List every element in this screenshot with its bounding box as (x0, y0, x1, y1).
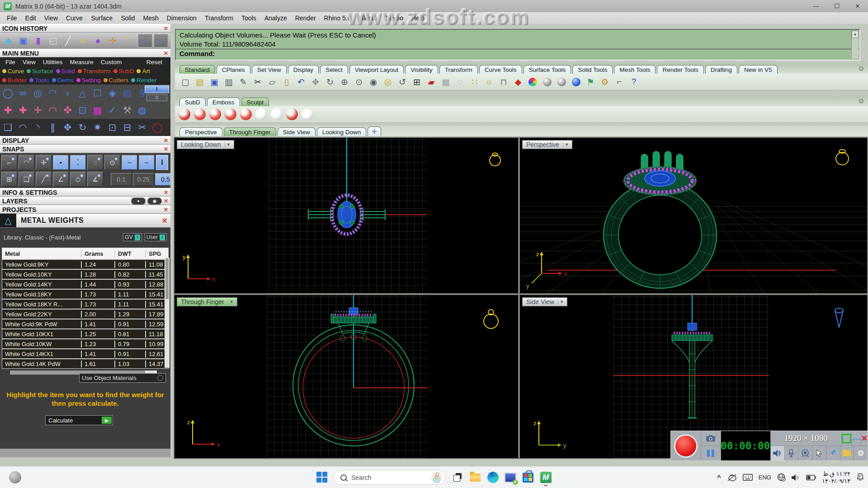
tool-trim-icon[interactable]: ✂ (135, 120, 150, 135)
start-button[interactable] (316, 472, 328, 483)
menu-item[interactable]: Help (407, 14, 429, 23)
history-surface-icon[interactable]: ◱ (46, 34, 61, 47)
sculpt-main-icon[interactable] (179, 108, 190, 120)
task-view-button[interactable] (452, 472, 463, 483)
menu-item[interactable]: View (40, 14, 62, 23)
car-move-icon[interactable]: ▰ (425, 75, 438, 89)
layers-close-icon[interactable]: ✕ (164, 198, 168, 204)
main-menu-close-icon[interactable]: ✕ (164, 50, 168, 56)
user-switch-icon[interactable]: I (160, 235, 165, 240)
menu-item[interactable]: Dimension (163, 14, 201, 23)
tool-arc2-icon[interactable]: ◠ (15, 120, 30, 135)
table-row[interactable]: Yellow Gold:9KY 1.24 0.80 11.08 (2, 260, 168, 269)
tool-ring-profile-icon[interactable]: ◎ (30, 86, 45, 101)
sculpt-brush2-icon[interactable] (209, 108, 221, 120)
ghosted-sphere-icon[interactable] (555, 75, 568, 89)
menu-item[interactable]: Surface (87, 14, 117, 23)
toolbar-tab[interactable]: Select (320, 65, 348, 74)
command-area[interactable]: Calculating Object Volumes... Please Wai… (175, 29, 860, 61)
category-item[interactable]: Cutters (102, 77, 130, 84)
menu-item[interactable]: Tools (237, 14, 260, 23)
snap-circle[interactable]: ◌ (87, 155, 103, 170)
col-header-spg[interactable]: SPG (145, 250, 168, 257)
menu-item[interactable]: Analyze (260, 14, 291, 23)
viewport-dropdown-icon[interactable]: ▼ (563, 142, 570, 147)
tool-check-icon[interactable]: ✓ (105, 103, 120, 118)
tool-split-icon[interactable]: ⊟ (120, 120, 135, 135)
history-save-icon[interactable]: ▣ (16, 34, 31, 47)
tool-torus-icon[interactable]: ◯ (150, 120, 165, 135)
tool-add-point-icon[interactable]: ✚ (0, 103, 15, 118)
zoom-in-icon[interactable]: ⊕ (338, 75, 351, 89)
toolbar-tab[interactable]: Curve Tools (479, 65, 522, 74)
layers-sphere-button[interactable]: ● (131, 197, 146, 205)
tabstrip-gear-icon[interactable]: ⚙ (859, 65, 864, 73)
viewport-label-perspective[interactable]: Perspective ▼ (522, 140, 572, 149)
tool-sphere-icon[interactable]: ◍ (135, 103, 150, 118)
menu-item[interactable]: Solid (117, 14, 139, 23)
tool-book-ring-icon[interactable]: ▤ (120, 86, 135, 101)
snap-near[interactable]: ◠ (19, 155, 34, 170)
pause-button[interactable] (701, 446, 721, 460)
dimension-icon[interactable]: ⌐ (613, 75, 626, 89)
clock[interactable]: ۱۱:۲۴ ق.ظ ۱۴۰۴/۰۹/۱۳ (822, 470, 850, 485)
sculpt-swirl-icon[interactable] (286, 108, 298, 120)
tool-remove-point-icon[interactable]: ✛ (30, 103, 45, 118)
webcam-toggle-button[interactable] (798, 446, 812, 460)
history-back-button[interactable]: ← (138, 34, 152, 47)
microsoft-store-button[interactable] (522, 472, 534, 483)
touch-keyboard-icon[interactable] (743, 474, 753, 481)
main-menu-item[interactable]: Utilities (39, 59, 66, 66)
snap-grid[interactable]: ⊞ (1, 172, 17, 187)
open-folder-icon[interactable]: ▤ (193, 75, 207, 89)
snap-smart[interactable]: ∡ (87, 172, 103, 187)
main-menu-item[interactable]: Measure (66, 59, 97, 66)
category-item[interactable]: Setting (75, 77, 102, 84)
snap-project[interactable]: ❑ (19, 172, 34, 187)
toolbar-tab[interactable]: New in V5 (739, 65, 778, 74)
viewport-perspective[interactable]: Perspective ▼ (520, 138, 867, 293)
snaps-close-icon[interactable]: ✕ (164, 146, 168, 152)
tool-ring-size-icon[interactable]: ♁ (60, 86, 75, 101)
toolbar-tab[interactable]: Drafting (705, 65, 737, 74)
search-box[interactable]: Search (334, 470, 446, 485)
snap-cen[interactable]: ⁚ (70, 155, 86, 170)
snap-tan[interactable]: − (139, 155, 155, 170)
tool-tab[interactable]: Sculpt (241, 98, 269, 106)
viewport-dropdown-icon[interactable]: ▼ (558, 300, 565, 304)
remote-desktop-button[interactable] (505, 472, 516, 483)
recorder-settings-button[interactable]: ⚙ (854, 446, 868, 460)
toolbar-tab[interactable]: Standard (179, 65, 215, 74)
tool-ring-curves-icon[interactable]: ∞ (15, 86, 30, 101)
layers-eye-button[interactable]: ◉ (147, 197, 162, 205)
menu-item[interactable]: Mesh (139, 14, 163, 23)
close-button[interactable]: ✕ (847, 0, 868, 12)
help-icon[interactable]: ? (627, 75, 641, 89)
viewport-dropdown-icon[interactable]: ▼ (225, 142, 232, 147)
toolbar-tab[interactable]: Surface Tools (524, 65, 571, 74)
tool-mirror-icon[interactable]: ∥ (45, 120, 60, 135)
category-item[interactable]: Solid (55, 68, 76, 75)
cut-icon[interactable]: ✂ (251, 75, 264, 89)
menu-item[interactable]: File (3, 14, 21, 23)
table-row[interactable]: White Gold:9K PdW 1.41 0.91 12.59 (2, 319, 168, 328)
history-line-icon[interactable]: ╱ (61, 34, 75, 47)
light-icon[interactable]: ☼ (482, 75, 496, 89)
main-menu-item[interactable]: File (2, 59, 19, 66)
save-icon[interactable]: ▣ (208, 75, 221, 89)
tool-arc-dash-icon[interactable]: ◝ (30, 120, 45, 135)
viewport-label-looking-down[interactable]: Looking Down ▼ (177, 140, 234, 149)
pan-hand-icon[interactable]: ✥ (309, 75, 322, 89)
icon-history-header[interactable]: ICON HISTORY ✕ (0, 24, 170, 33)
sculpt-brush4-icon[interactable] (240, 108, 252, 120)
tool-cubes-icon[interactable]: ❑ (0, 120, 15, 135)
table-row[interactable]: Yellow Gold:18KY R... 1.73 1.11 15.41 (2, 300, 168, 309)
tool-move-points-icon[interactable]: ✜ (60, 103, 75, 118)
category-item[interactable]: Surface (25, 68, 55, 75)
tool-rotate-icon[interactable]: ↻ (75, 120, 90, 135)
table-row[interactable]: Yellow Gold:14KY 1.44 0.93 12.88 (2, 280, 168, 289)
volume-icon[interactable] (792, 474, 800, 481)
grid-toggle-icon[interactable]: ▦ (439, 75, 453, 89)
toolbar-tab[interactable]: Display (288, 65, 319, 74)
matrix-app-button[interactable]: M (540, 472, 552, 483)
